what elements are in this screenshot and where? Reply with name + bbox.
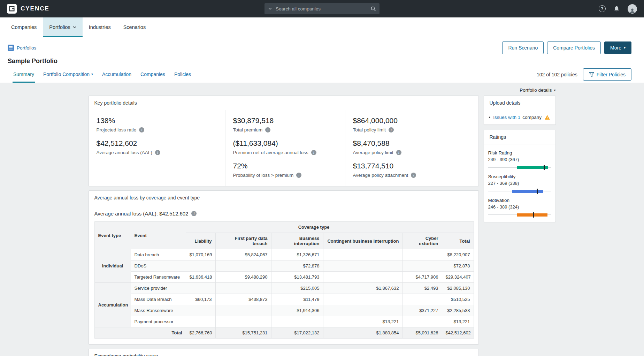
- value-cell: [402, 260, 442, 272]
- value-cell: [402, 316, 442, 327]
- metric-average-policy-limit: $8,470,588 Average policy limit: [353, 139, 471, 155]
- metric-label: Average annual loss (AAL): [97, 150, 152, 155]
- help-button[interactable]: [599, 5, 606, 12]
- tab-accumulation[interactable]: Accumulation: [101, 69, 132, 83]
- tab-portfolio-composition[interactable]: Portfolio Composition: [43, 69, 94, 83]
- portfolio-details-dropdown[interactable]: Portfolio details: [520, 86, 555, 94]
- nav-tab-industries[interactable]: Industries: [83, 17, 117, 37]
- topbar-icons: [599, 4, 637, 14]
- metric-label: Projected loss ratio: [97, 127, 137, 132]
- caret-down-icon: [554, 89, 555, 92]
- nav-tab-scenarios[interactable]: Scenarios: [117, 17, 152, 37]
- value-cell: $13,221: [323, 316, 402, 327]
- value-cell: $8,220,907: [442, 249, 474, 260]
- value-cell: $2,766,760: [186, 327, 215, 339]
- metric-value: $42,512,602: [97, 139, 217, 147]
- filter-icon: [589, 72, 594, 77]
- user-avatar-button[interactable]: [628, 4, 637, 14]
- column-header-liability: Liability: [186, 233, 215, 249]
- value-cell: [323, 260, 402, 272]
- metric-label: Total premium: [233, 127, 263, 132]
- value-cell: $13,481,793: [271, 272, 323, 283]
- notifications-button[interactable]: [613, 6, 620, 12]
- more-button[interactable]: More: [604, 41, 631, 54]
- rating-range: 249 - 390 (367): [488, 157, 551, 162]
- portfolio-details-label: Portfolio details: [520, 88, 552, 93]
- tab-summary[interactable]: Summary: [13, 69, 35, 83]
- breadcrumb[interactable]: Portfolios: [8, 45, 36, 51]
- compare-portfolios-button[interactable]: Compare Portfolios: [547, 41, 601, 54]
- help-icon: [599, 5, 606, 12]
- key-portfolio-details-card: Key portfolio details 138% Projected los…: [89, 96, 479, 186]
- nav-tab-label: Portfolios: [49, 24, 70, 30]
- value-cell: [186, 305, 215, 316]
- value-cell: [215, 260, 271, 272]
- portfolios-list-icon: [8, 45, 14, 51]
- side-column: Upload details Issues with 1 company: [484, 96, 556, 222]
- tab-companies[interactable]: Companies: [140, 69, 166, 83]
- value-cell: $11,479: [271, 294, 323, 305]
- main-column: Key portfolio details 138% Projected los…: [89, 96, 479, 356]
- event-type-cell: Accumulation: [94, 283, 131, 327]
- event-cell: Mass Data Breach: [131, 294, 186, 305]
- cyence-logo[interactable]: [7, 4, 17, 14]
- value-cell: $1,867,632: [323, 283, 402, 294]
- warning-icon: [545, 115, 550, 120]
- info-icon[interactable]: [155, 150, 160, 155]
- breadcrumb-portfolios-link[interactable]: Portfolios: [17, 45, 36, 51]
- value-cell: $72,878: [442, 260, 474, 272]
- info-icon[interactable]: [265, 127, 270, 132]
- run-scenario-label: Run Scenario: [508, 45, 538, 51]
- info-icon[interactable]: [139, 127, 144, 132]
- caret-down-icon: [91, 73, 93, 76]
- rating-label: Susceptibility: [488, 174, 551, 179]
- rating-range: 227 - 369 (338): [488, 181, 551, 186]
- nav-tab-companies[interactable]: Companies: [5, 17, 43, 37]
- search-scope-dropdown[interactable]: [264, 3, 276, 14]
- table-row: DDoS $72,878 $72,878: [94, 260, 474, 272]
- filter-policies-label: Filter Policies: [597, 72, 626, 77]
- value-cell: $42,512,602: [442, 327, 474, 339]
- metric-label: Premium net of average annual loss: [233, 150, 308, 155]
- key-details-column: $864,000,000 Total policy limit $8,470,5…: [345, 110, 478, 186]
- table-row: Mass Data Breach $60,173 $438,873 $11,47…: [94, 294, 474, 305]
- value-cell: [323, 249, 402, 260]
- search-button[interactable]: [367, 3, 380, 14]
- issues-suffix: company: [522, 115, 542, 120]
- value-cell: [323, 294, 402, 305]
- bell-icon: [613, 6, 620, 12]
- value-cell: $510,525: [442, 294, 474, 305]
- content: Portfolio details Key portfolio details …: [0, 83, 644, 356]
- table-total-row: Total $2,766,760 $15,751,231 $17,022,132…: [94, 327, 474, 339]
- nav-tab-label: Industries: [89, 24, 111, 30]
- more-label: More: [610, 45, 621, 51]
- search-icon: [370, 6, 376, 12]
- value-cell: [215, 305, 271, 316]
- page-head: Portfolios Run Scenario Compare Portfoli…: [0, 37, 644, 83]
- rating-slider: [488, 189, 551, 194]
- ratings-card: Ratings Risk Rating 249 - 390 (367) Susc…: [484, 130, 556, 222]
- run-scenario-button[interactable]: Run Scenario: [502, 41, 544, 54]
- metric-value: ($11,633,084): [233, 139, 337, 147]
- tab-policies[interactable]: Policies: [174, 69, 192, 83]
- nav-tab-portfolios[interactable]: Portfolios: [43, 17, 82, 37]
- filter-policies-button[interactable]: Filter Policies: [583, 68, 631, 81]
- info-icon[interactable]: [191, 211, 197, 216]
- info-icon[interactable]: [311, 150, 316, 155]
- event-cell: Service provider: [131, 283, 186, 294]
- column-header-spacer: [442, 222, 474, 233]
- column-header-total: Total: [442, 233, 474, 249]
- issues-link[interactable]: Issues with 1: [493, 115, 520, 120]
- info-icon[interactable]: [411, 173, 416, 178]
- value-cell: $1,070,169: [186, 249, 215, 260]
- info-icon[interactable]: [396, 150, 401, 155]
- brand-name: CYENCE: [21, 5, 49, 12]
- rating-slider: [488, 212, 551, 218]
- card-title: Key portfolio details: [89, 96, 478, 110]
- search-input[interactable]: [276, 6, 367, 12]
- metric-total-policy-limit: $864,000,000 Total policy limit: [353, 116, 471, 132]
- value-cell: $4,717,906: [402, 272, 442, 283]
- info-icon[interactable]: [296, 173, 301, 178]
- metric-projected-loss-ratio: 138% Projected loss ratio: [97, 116, 217, 132]
- info-icon[interactable]: [389, 127, 394, 132]
